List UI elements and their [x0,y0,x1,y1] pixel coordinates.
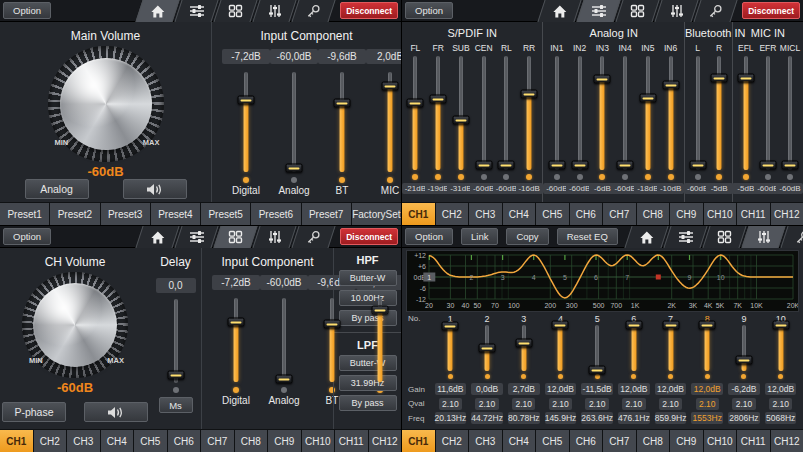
level-slider[interactable] [549,56,565,170]
option-button[interactable]: Option [405,228,453,245]
preset-tab-factoryset[interactable]: FactorySet [352,203,401,225]
level-slider[interactable] [382,72,398,172]
slider-handle[interactable] [548,161,565,170]
level-slider[interactable] [617,56,633,170]
channel-tab-ch4[interactable]: CH4 [503,203,536,225]
level-slider[interactable] [572,56,588,170]
level-slider[interactable] [407,56,423,170]
preset-tab-preset5[interactable]: Preset5 [201,203,250,225]
slider-handle[interactable] [662,80,679,89]
channel-tab-ch5[interactable]: CH5 [134,430,167,452]
level-slider[interactable] [663,325,679,371]
level-slider[interactable] [238,72,254,172]
channel-tab-ch1[interactable]: CH1 [0,430,33,452]
level-slider[interactable] [663,56,679,170]
disconnect-button[interactable]: Disconnect [340,2,398,19]
channel-tab-ch3[interactable]: CH3 [469,430,502,452]
slider-handle[interactable] [382,82,399,91]
slider-handle[interactable] [735,355,752,364]
nav-tab-grid[interactable] [616,0,660,22]
level-slider[interactable] [736,325,752,371]
channel-tab-ch1[interactable]: CH1 [402,203,435,225]
knob-face[interactable] [60,58,152,150]
nav-tab-eq-sliders[interactable] [253,226,297,248]
eq-response-graph[interactable]: +12+60dB-6-1220304050701002003005007001K… [406,250,799,312]
disconnect-button[interactable]: Disconnect [742,2,800,19]
nav-tab-eq-sliders[interactable] [655,0,699,22]
nav-tab-home[interactable] [538,0,582,22]
preset-tab-preset3[interactable]: Preset3 [101,203,150,225]
channel-tab-ch4[interactable]: CH4 [503,430,536,452]
level-slider[interactable] [521,56,537,170]
slider-handle[interactable] [228,317,245,326]
level-slider[interactable] [640,56,656,170]
channel-tab-ch7[interactable]: CH7 [603,430,636,452]
slider-handle[interactable] [498,161,515,170]
level-slider[interactable] [773,325,789,371]
nav-tab-eq-sliders[interactable] [253,0,297,22]
source-analog-button[interactable]: Analog [25,179,89,199]
slider-handle[interactable] [442,321,459,330]
slider-handle[interactable] [689,161,706,170]
nav-tab-input-mixer[interactable] [577,0,621,22]
channel-tab-ch11[interactable]: CH11 [737,430,770,452]
slider-handle[interactable] [521,89,538,98]
nav-tab-home[interactable] [624,226,668,248]
slider-handle[interactable] [639,94,656,103]
channel-tab-ch11[interactable]: CH11 [335,430,368,452]
slider-handle[interactable] [515,338,532,347]
level-slider[interactable] [430,56,446,170]
channel-tab-ch2[interactable]: CH2 [436,430,469,452]
nav-tab-input-mixer[interactable] [175,226,219,248]
channel-tab-ch7[interactable]: CH7 [201,430,234,452]
level-slider[interactable] [324,298,340,382]
channel-tab-ch8[interactable]: CH8 [637,430,670,452]
channel-tab-ch10[interactable]: CH10 [704,203,737,225]
slider-handle[interactable] [711,73,728,82]
slider-handle[interactable] [781,161,798,170]
channel-tab-ch1[interactable]: CH1 [402,430,435,452]
nav-tab-eq-sliders[interactable] [741,226,785,248]
slider-handle[interactable] [276,374,293,383]
nav-tab-key[interactable] [292,0,336,22]
slider-handle[interactable] [594,74,611,83]
channel-tab-ch6[interactable]: CH6 [570,203,603,225]
preset-tab-preset6[interactable]: Preset6 [251,203,300,225]
nav-tab-home[interactable] [136,226,180,248]
level-slider[interactable] [760,56,776,170]
copy-button[interactable]: Copy [506,228,548,245]
level-slider[interactable] [699,325,715,371]
level-slider[interactable] [442,325,458,371]
slider-handle[interactable] [699,321,716,330]
slider-handle[interactable] [286,164,303,173]
channel-tab-ch7[interactable]: CH7 [603,203,636,225]
channel-tab-ch8[interactable]: CH8 [235,430,268,452]
slider-handle[interactable] [475,161,492,170]
level-slider[interactable] [228,298,244,382]
option-button[interactable]: Option [3,2,51,19]
delay-unit-button[interactable]: Ms [159,397,193,413]
channel-tab-ch12[interactable]: CH12 [369,430,402,452]
nav-tab-home[interactable] [136,0,180,22]
preset-tab-preset7[interactable]: Preset7 [302,203,351,225]
level-slider[interactable] [552,325,568,371]
level-slider[interactable] [711,56,727,170]
nav-tab-grid[interactable] [214,226,258,248]
nav-tab-key[interactable] [292,226,336,248]
channel-tab-ch9[interactable]: CH9 [670,430,703,452]
level-slider[interactable] [626,325,642,371]
channel-tab-ch2[interactable]: CH2 [34,430,67,452]
knob-face[interactable] [33,283,117,367]
slider-handle[interactable] [238,96,255,105]
option-button[interactable]: Option [405,2,453,19]
level-slider[interactable] [589,325,605,371]
preset-tab-preset2[interactable]: Preset2 [50,203,99,225]
nav-tab-input-mixer[interactable] [175,0,219,22]
hpf-type-button[interactable]: Butter-W [339,270,397,286]
level-slider[interactable] [516,325,532,371]
channel-tab-ch5[interactable]: CH5 [536,430,569,452]
slider-handle[interactable] [589,366,606,375]
slider-handle[interactable] [479,344,496,353]
level-slider[interactable] [738,56,754,170]
slider-handle[interactable] [372,305,389,314]
